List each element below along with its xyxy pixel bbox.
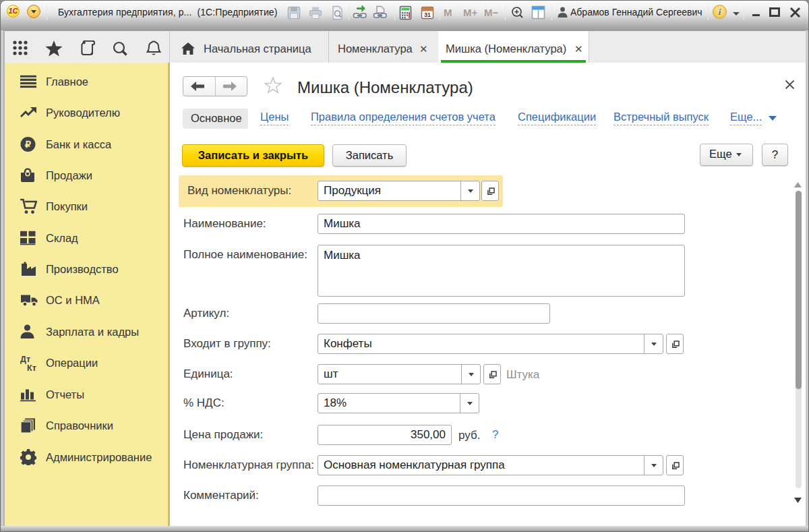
svg-text:31: 31 <box>424 11 431 18</box>
